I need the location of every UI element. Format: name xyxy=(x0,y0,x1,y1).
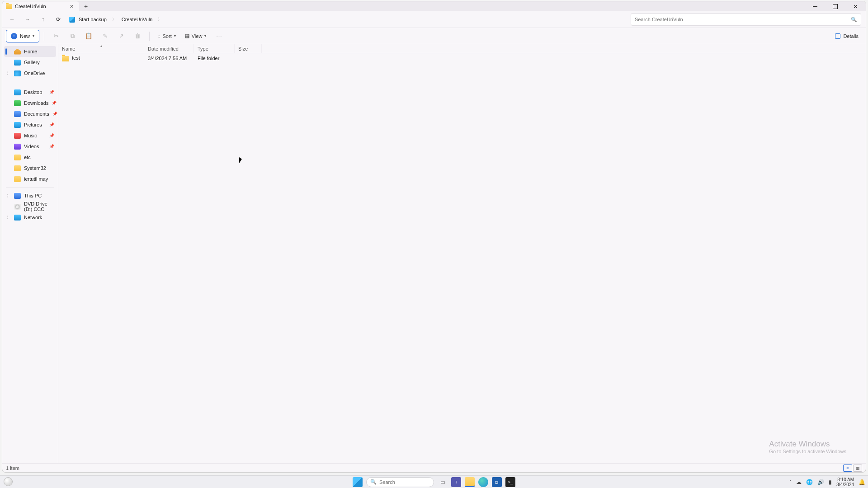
folder-icon xyxy=(6,4,12,9)
sidebar-item-dvd[interactable]: DVD Drive (D:) CCC xyxy=(4,201,56,212)
back-button[interactable]: ← xyxy=(5,13,19,26)
sidebar-item-home[interactable]: Home xyxy=(4,46,56,57)
music-icon xyxy=(14,133,21,139)
column-type[interactable]: Type xyxy=(194,44,235,53)
watermark-title: Activate Windows xyxy=(769,440,848,449)
search-placeholder: Search CreateUriVuln xyxy=(635,17,683,22)
taskbar-edge[interactable] xyxy=(478,477,488,487)
sort-label: Sort xyxy=(163,33,172,39)
sidebar-item-pictures[interactable]: Pictures📌 xyxy=(4,119,56,130)
clock[interactable]: 8:10 AM 3/4/2024 xyxy=(836,477,854,487)
tab-title: CreateUriVuln xyxy=(15,4,46,9)
chevron-right-icon[interactable]: 〉 xyxy=(7,193,10,198)
rename-button[interactable]: ✎ xyxy=(98,30,112,42)
copy-button[interactable]: ⧉ xyxy=(65,30,80,42)
edge-peek-icon[interactable] xyxy=(4,477,13,486)
refresh-button[interactable]: ⟳ xyxy=(51,13,66,26)
language-tray-icon[interactable]: 🌐 xyxy=(806,479,813,485)
column-size[interactable]: Size xyxy=(235,44,262,53)
pc-icon xyxy=(14,193,21,199)
sidebar-item-network[interactable]: 〉Network xyxy=(4,212,56,223)
details-view-button[interactable]: ≡ xyxy=(843,465,852,472)
tray-overflow-button[interactable]: ˄ xyxy=(789,480,792,484)
details-icon xyxy=(835,33,840,39)
breadcrumb-current[interactable]: CreateUriVuln xyxy=(120,16,155,23)
chevron-right-icon[interactable]: 〉 xyxy=(156,17,164,23)
downloads-icon xyxy=(14,100,21,106)
paste-button[interactable]: 📋 xyxy=(81,30,96,42)
chevron-right-icon[interactable]: 〉 xyxy=(7,71,10,76)
taskbar-teams[interactable]: T xyxy=(451,477,461,487)
chevron-down-icon: ▾ xyxy=(204,34,206,38)
sidebar-item-downloads[interactable]: Downloads📌 xyxy=(4,98,56,108)
new-label: New xyxy=(20,33,30,39)
new-tab-button[interactable]: + xyxy=(79,1,93,11)
sidebar-item-onedrive[interactable]: 〉OneDrive xyxy=(4,68,56,79)
cell-date: 3/4/2024 7:56 AM xyxy=(148,56,187,61)
separator xyxy=(6,187,54,188)
start-button[interactable] xyxy=(353,477,363,487)
column-name[interactable]: ▴Name xyxy=(58,44,144,53)
sidebar-item-desktop[interactable]: Desktop📌 xyxy=(4,87,56,98)
new-button[interactable]: + New ▾ xyxy=(6,30,39,42)
taskbar-search[interactable]: 🔍Search xyxy=(366,477,434,487)
column-date[interactable]: Date modified xyxy=(144,44,194,53)
maximize-button[interactable] xyxy=(825,1,845,11)
gallery-icon xyxy=(14,60,21,66)
table-row[interactable]: test 3/4/2024 7:56 AM File folder xyxy=(58,53,866,63)
address-bar[interactable]: Start backup 〉 CreateUriVuln 〉 xyxy=(66,13,630,26)
sidebar-item-label: This PC xyxy=(24,193,42,198)
videos-icon xyxy=(14,144,21,150)
sidebar-item-label: etc xyxy=(24,155,31,160)
sidebar-item-videos[interactable]: Videos📌 xyxy=(4,141,56,152)
battery-tray-icon[interactable]: ▮ xyxy=(829,479,832,485)
pin-icon: 📌 xyxy=(49,144,54,149)
taskbar-explorer[interactable] xyxy=(465,477,475,487)
sidebar-item-thispc[interactable]: 〉This PC xyxy=(4,190,56,201)
taskbar-terminal[interactable]: >_ xyxy=(505,477,515,487)
explorer-window: CreateUriVuln ✕ + ✕ ← → ↑ ⟳ Start backup… xyxy=(2,1,866,473)
dvd-icon xyxy=(14,204,21,210)
sidebar-item-iertutil[interactable]: iertutil may xyxy=(4,174,56,184)
view-button[interactable]: ▦ View ▾ xyxy=(181,30,210,42)
sidebar-item-etc[interactable]: etc xyxy=(4,152,56,163)
details-pane-button[interactable]: Details xyxy=(831,30,862,42)
sidebar-item-music[interactable]: Music📌 xyxy=(4,130,56,141)
taskbar-store[interactable]: ⧈ xyxy=(492,477,502,487)
notifications-button[interactable]: 🔔 xyxy=(859,479,865,485)
sort-asc-icon: ▴ xyxy=(100,44,102,48)
window-tab[interactable]: CreateUriVuln ✕ xyxy=(2,1,79,11)
sidebar-item-system32[interactable]: System32 xyxy=(4,163,56,174)
item-count: 1 item xyxy=(6,465,19,471)
sidebar-item-gallery[interactable]: Gallery xyxy=(4,57,56,68)
chevron-right-icon[interactable]: 〉 xyxy=(7,215,10,220)
task-view-button[interactable]: ▭ xyxy=(438,477,448,487)
onedrive-tray-icon[interactable]: ☁ xyxy=(796,479,802,485)
chevron-down-icon: ▾ xyxy=(174,34,176,38)
more-button[interactable]: ⋯ xyxy=(212,30,226,42)
minimize-button[interactable] xyxy=(805,1,825,11)
thumbnails-view-button[interactable]: ▦ xyxy=(853,465,862,472)
cell-name: test xyxy=(72,55,80,61)
sort-button[interactable]: ↕ Sort ▾ xyxy=(154,30,179,42)
share-button[interactable]: ↗ xyxy=(114,30,128,42)
folder-icon xyxy=(14,176,21,182)
onedrive-icon xyxy=(14,70,21,76)
forward-button[interactable]: → xyxy=(20,13,35,26)
close-button[interactable]: ✕ xyxy=(845,1,866,11)
taskbar: 🔍Search ▭ T ⧈ >_ ˄ ☁ 🌐 🔊 ▮ 8:10 AM 3/4/2… xyxy=(0,475,868,488)
cut-button[interactable]: ✂ xyxy=(49,30,63,42)
search-input[interactable]: Search CreateUriVuln 🔍 xyxy=(631,13,861,26)
chevron-right-icon[interactable]: 〉 xyxy=(110,17,118,23)
file-list[interactable]: ▴Name Date modified Type Size test 3/4/2… xyxy=(58,44,866,463)
breadcrumb-root[interactable]: Start backup xyxy=(77,16,108,23)
volume-tray-icon[interactable]: 🔊 xyxy=(817,479,824,485)
breadcrumb-label: CreateUriVuln xyxy=(122,17,153,22)
delete-button[interactable]: 🗑 xyxy=(130,30,145,42)
tab-close-button[interactable]: ✕ xyxy=(68,4,75,9)
search-label: Search xyxy=(379,479,395,485)
pin-icon: 📌 xyxy=(52,101,57,105)
sidebar-item-documents[interactable]: Documents📌 xyxy=(4,108,56,119)
sidebar-item-label: Desktop xyxy=(24,89,42,95)
up-button[interactable]: ↑ xyxy=(36,13,50,26)
